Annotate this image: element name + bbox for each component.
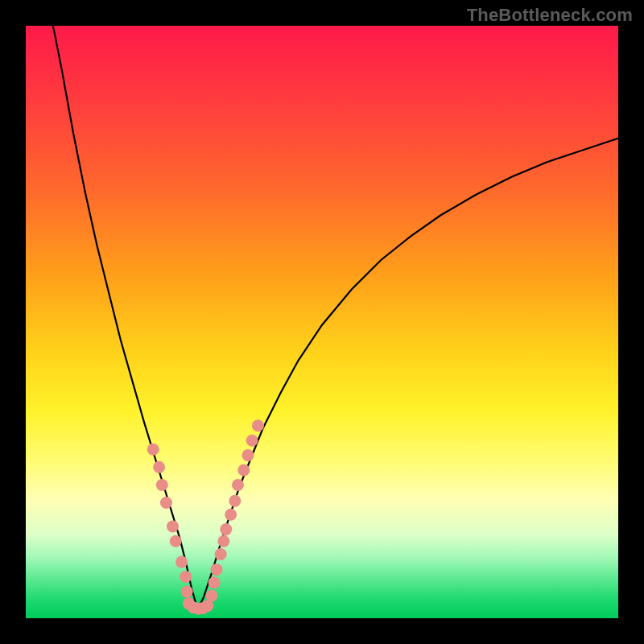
bead-2 <box>156 479 168 491</box>
bead-3 <box>160 497 172 509</box>
bead-layer <box>147 419 264 614</box>
bead-19 <box>220 523 232 535</box>
curve-layer <box>53 26 618 609</box>
bead-25 <box>246 435 258 447</box>
bead-22 <box>232 479 244 491</box>
bead-16 <box>210 564 222 576</box>
bead-15 <box>208 576 221 588</box>
bead-4 <box>167 520 179 532</box>
bead-26 <box>252 419 264 431</box>
plot-area <box>26 26 618 618</box>
chart-frame: TheBottleneck.com <box>0 0 644 644</box>
curve-right-branch <box>197 138 618 609</box>
bead-1 <box>153 461 165 473</box>
bead-6 <box>175 556 188 568</box>
bead-21 <box>229 495 241 507</box>
bead-0 <box>147 444 159 456</box>
bead-18 <box>217 535 229 547</box>
bead-23 <box>237 464 250 477</box>
bead-5 <box>170 535 182 547</box>
bead-8 <box>181 585 193 597</box>
bead-20 <box>225 509 237 521</box>
bead-24 <box>242 449 254 461</box>
bead-17 <box>215 548 227 560</box>
bead-14 <box>206 590 218 602</box>
watermark-text: TheBottleneck.com <box>467 5 633 26</box>
bead-7 <box>180 571 192 583</box>
curves-svg <box>26 26 618 618</box>
